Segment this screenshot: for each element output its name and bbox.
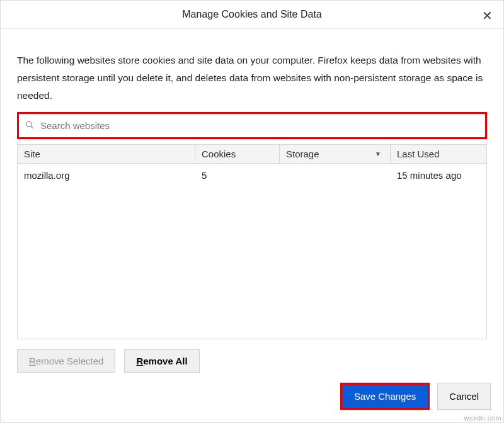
sites-table: Site Cookies Storage ▼ Last Used mozilla… [17, 144, 487, 339]
svg-line-1 [31, 126, 33, 128]
remove-all-button[interactable]: Remove All [124, 349, 199, 373]
column-last-used[interactable]: Last Used [391, 145, 486, 163]
remove-selected-button: Remove Selected [17, 349, 115, 373]
titlebar: Manage Cookies and Site Data ✕ [1, 1, 503, 29]
search-input[interactable] [19, 114, 485, 137]
description-text: The following websites store cookies and… [17, 38, 487, 112]
cell-storage [280, 170, 391, 181]
dialog-body: The following websites store cookies and… [1, 29, 503, 339]
column-cookies[interactable]: Cookies [195, 145, 280, 163]
save-changes-button[interactable]: Save Changes [342, 385, 428, 408]
search-icon [25, 120, 34, 131]
manage-cookies-dialog: Manage Cookies and Site Data ✕ The follo… [0, 0, 504, 423]
cancel-button[interactable]: Cancel [437, 383, 491, 410]
cell-cookies: 5 [195, 170, 280, 181]
save-highlight: Save Changes [340, 383, 430, 410]
cell-last-used: 15 minutes ago [391, 170, 486, 181]
footer-right: Save Changes Cancel [1, 379, 503, 422]
cell-site: mozilla.org [18, 170, 195, 181]
dialog-title: Manage Cookies and Site Data [182, 9, 321, 20]
table-body: mozilla.org 5 15 minutes ago [18, 164, 486, 339]
column-storage[interactable]: Storage ▼ [280, 145, 391, 163]
close-icon: ✕ [482, 8, 493, 23]
column-site[interactable]: Site [18, 145, 195, 163]
table-row[interactable]: mozilla.org 5 15 minutes ago [18, 164, 486, 187]
footer-left: Remove Selected Remove All [1, 339, 503, 379]
table-header: Site Cookies Storage ▼ Last Used [18, 145, 486, 164]
search-highlight [17, 112, 487, 139]
close-button[interactable]: ✕ [479, 8, 495, 23]
sort-desc-icon: ▼ [375, 150, 381, 157]
svg-point-0 [26, 121, 32, 127]
